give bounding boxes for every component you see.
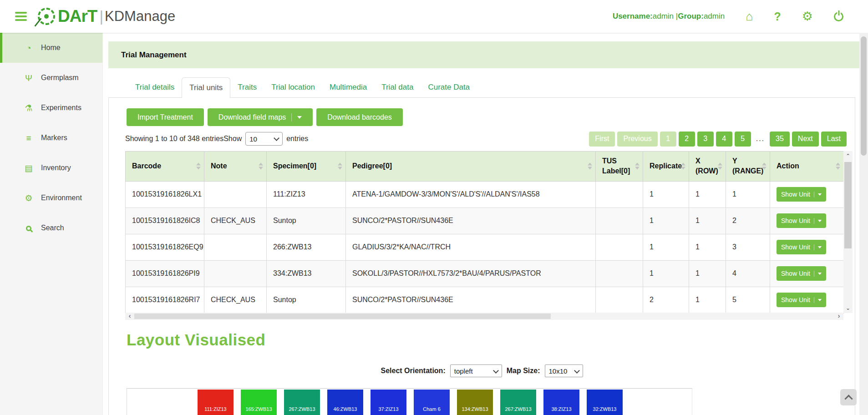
field-map-cell[interactable]: 111:ZIZ13 <box>198 390 233 415</box>
cell-x-row: 1 <box>689 234 726 260</box>
column-header-x-row[interactable]: X (ROW) <box>689 152 726 182</box>
sidebar-item-label: Germplasm <box>41 74 79 82</box>
pagination-page-3[interactable]: 3 <box>697 132 714 147</box>
pagination-page-2[interactable]: 2 <box>679 132 695 147</box>
field-map-cell[interactable]: 267:ZWB13 <box>500 390 536 415</box>
field-map-cell[interactable]: 46:ZWB13 <box>327 390 363 415</box>
sidebar-item-inventory[interactable]: ▤ Inventory <box>0 153 102 183</box>
brand-logo[interactable]: DArT | KDManage <box>38 7 175 26</box>
brand-separator: | <box>99 8 103 25</box>
table-header-row: Barcode Note Specimen[0] Pedigree[0] TUS… <box>126 152 844 182</box>
column-header-action[interactable]: Action <box>770 152 844 182</box>
sort-icon <box>718 163 722 170</box>
environment-gear-icon: ⚙ <box>23 194 34 202</box>
show-unit-button[interactable]: Show Unit <box>777 266 826 281</box>
table-row: 10015319161826PI9 334:ZWB13 SOKOLL/3/PAS… <box>126 260 844 287</box>
table-row: 10015319161826RI7 CHECK_AUS Suntop SUNCO… <box>126 287 844 313</box>
username-label: Username: <box>613 12 653 20</box>
tab-multimedia[interactable]: Multimedia <box>322 77 374 98</box>
field-map-cell[interactable]: 165:ZWB13 <box>241 390 277 415</box>
sidebar-item-markers[interactable]: ≡ Markers <box>0 123 102 153</box>
tab-curate-data[interactable]: Curate Data <box>421 77 477 98</box>
field-map-cell[interactable]: 32:ZWB13 <box>587 390 623 415</box>
scroll-left-arrow-icon[interactable]: ‹ <box>126 313 133 320</box>
tab-trial-data[interactable]: Trial data <box>374 77 421 98</box>
show-unit-button[interactable]: Show Unit <box>777 213 826 228</box>
tab-trial-units[interactable]: Trial units <box>182 77 230 98</box>
field-map-cell[interactable]: 267:ZWB13 <box>284 390 320 415</box>
column-header-replicate[interactable]: Replicate <box>643 152 689 182</box>
tab-bar: Trial details Trial units Traits Trial l… <box>108 77 477 98</box>
hamburger-menu-icon[interactable] <box>15 12 27 21</box>
tab-traits[interactable]: Traits <box>230 77 264 98</box>
pagination-page-35[interactable]: 35 <box>770 132 790 147</box>
download-field-maps-button[interactable]: Download field maps <box>208 108 313 126</box>
vertical-scroll-thumb[interactable] <box>844 162 852 248</box>
map-size-select[interactable]: 10x10 <box>545 364 583 377</box>
showing-entries-text: Showing 1 to 10 of 348 entries <box>125 135 223 143</box>
column-header-pedigree[interactable]: Pedigree[0] <box>346 152 596 182</box>
sidebar-item-germplasm[interactable]: Ψ Germplasm <box>0 63 102 93</box>
sidebar-item-search[interactable]: Search <box>0 213 102 243</box>
column-header-tus-label[interactable]: TUS Label[0] <box>596 152 643 182</box>
tab-trial-location[interactable]: Trial location <box>264 77 322 98</box>
pagination-first-button: First <box>589 132 615 147</box>
cell-barcode: 10015319161826IC8 <box>126 208 204 234</box>
pagination-page-4[interactable]: 4 <box>716 132 732 147</box>
table-body: 10015319161826LX1 111:ZIZ13 ATENA-1/GAMD… <box>126 181 844 313</box>
scroll-right-arrow-icon[interactable]: › <box>835 313 843 320</box>
field-map-cell[interactable]: Cham 6 <box>414 390 450 415</box>
orientation-select[interactable]: topleft <box>450 364 502 377</box>
column-header-y-range[interactable]: Y (RANGE) <box>726 152 770 182</box>
power-logout-icon[interactable] <box>834 12 843 21</box>
pagination-last-button[interactable]: Last <box>821 132 847 147</box>
tab-trial-details[interactable]: Trial details <box>128 77 182 98</box>
page-scroll-thumb[interactable] <box>861 36 867 156</box>
cell-x-row: 1 <box>689 181 726 208</box>
scroll-to-top-button[interactable] <box>840 389 857 405</box>
help-icon[interactable]: ? <box>774 11 781 22</box>
column-header-barcode[interactable]: Barcode <box>126 152 204 182</box>
show-unit-button[interactable]: Show Unit <box>777 187 826 202</box>
sidebar-item-label: Search <box>41 224 64 232</box>
caret-down-icon <box>818 193 822 196</box>
horizontal-scroll-thumb[interactable] <box>134 314 551 319</box>
field-map-cell[interactable]: 37:ZIZ13 <box>371 390 406 415</box>
page-scrollbar[interactable] <box>859 33 868 415</box>
cell-pedigree: SUNCO/2*PASTOR//SUN436E <box>346 287 596 313</box>
settings-gear-icon[interactable]: ⚙ <box>802 10 813 23</box>
search-icon <box>23 224 34 233</box>
pagination-next-button[interactable]: Next <box>792 132 819 147</box>
sidebar-item-experiments[interactable]: ⚗ Experiments <box>0 93 102 123</box>
cell-note <box>204 181 267 208</box>
field-map-cell[interactable]: 38:ZIZ13 <box>543 390 579 415</box>
pagination-page-5[interactable]: 5 <box>735 132 751 147</box>
scroll-down-arrow-icon[interactable]: ⌄ <box>843 304 853 312</box>
caret-down-icon <box>818 220 822 222</box>
scroll-up-arrow-icon[interactable]: ⌃ <box>843 152 853 160</box>
dashboard-icon: ◔ <box>23 44 34 52</box>
field-map-cell[interactable]: 134:ZWB13 <box>457 390 493 415</box>
map-size-select-wrap: 10x10 <box>545 364 583 377</box>
sidebar-item-home[interactable]: ◔ Home <box>0 33 102 63</box>
show-unit-button[interactable]: Show Unit <box>777 240 826 254</box>
cell-barcode: 10015319161826LX1 <box>126 181 204 208</box>
user-separator: | <box>674 12 678 20</box>
download-barcodes-button[interactable]: Download barcodes <box>316 108 402 126</box>
table-horizontal-scrollbar[interactable]: ‹ › <box>125 313 843 320</box>
column-header-note[interactable]: Note <box>204 152 267 182</box>
sidebar-item-environment[interactable]: ⚙ Environment <box>0 183 102 213</box>
show-unit-button[interactable]: Show Unit <box>777 293 826 307</box>
sort-icon <box>681 163 685 170</box>
cell-tus-label <box>596 181 643 208</box>
page-size-select[interactable]: 10 <box>245 132 283 146</box>
sidebar-item-label: Experiments <box>41 104 81 112</box>
import-treatment-button[interactable]: Import Treatment <box>127 108 204 126</box>
cell-replicate: 1 <box>643 234 689 260</box>
table-vertical-scrollbar[interactable]: ⌃ ⌄ <box>843 151 853 313</box>
sort-icon <box>338 163 342 170</box>
group-value: admin <box>704 12 725 20</box>
column-header-specimen[interactable]: Specimen[0] <box>267 152 346 182</box>
cell-action: Show Unit <box>770 234 844 260</box>
home-icon[interactable]: ⌂ <box>746 10 753 23</box>
